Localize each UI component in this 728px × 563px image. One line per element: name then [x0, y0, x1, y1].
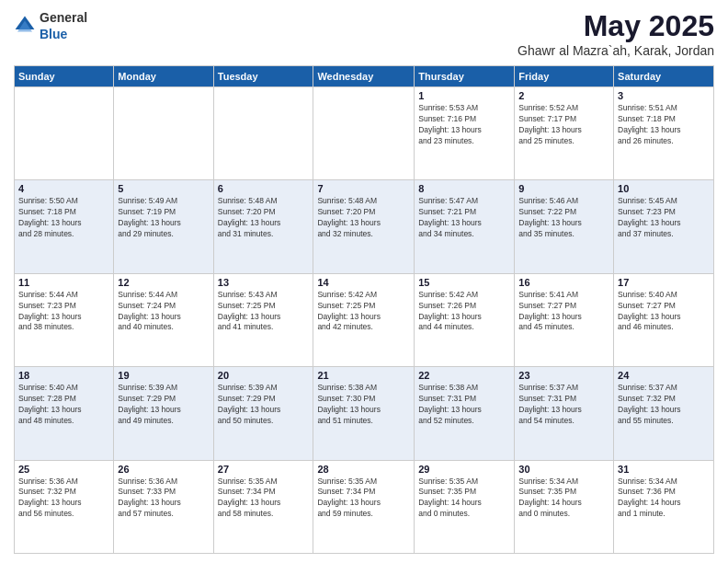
day-info: Sunrise: 5:35 AMSunset: 7:34 PMDaylight:… [218, 477, 310, 521]
location-title: Ghawr al Mazra`ah, Karak, Jordan [518, 43, 714, 58]
calendar-cell: 18Sunrise: 5:40 AMSunset: 7:28 PMDayligh… [15, 367, 114, 460]
day-number: 28 [317, 464, 410, 475]
calendar-row-4: 18Sunrise: 5:40 AMSunset: 7:28 PMDayligh… [15, 367, 714, 460]
day-info: Sunrise: 5:44 AMSunset: 7:23 PMDaylight:… [18, 290, 109, 334]
day-number: 14 [317, 277, 410, 288]
calendar-cell: 11Sunrise: 5:44 AMSunset: 7:23 PMDayligh… [15, 273, 114, 366]
calendar-cell: 3Sunrise: 5:51 AMSunset: 7:18 PMDaylight… [614, 87, 714, 180]
day-number: 1 [418, 90, 510, 101]
day-info: Sunrise: 5:46 AMSunset: 7:22 PMDaylight:… [518, 196, 609, 240]
day-number: 24 [618, 370, 710, 381]
calendar-cell: 1Sunrise: 5:53 AMSunset: 7:16 PMDaylight… [415, 87, 515, 180]
day-info: Sunrise: 5:47 AMSunset: 7:21 PMDaylight:… [418, 196, 510, 240]
day-number: 5 [118, 183, 209, 194]
day-number: 23 [518, 370, 609, 381]
calendar-cell: 2Sunrise: 5:52 AMSunset: 7:17 PMDaylight… [515, 87, 614, 180]
day-info: Sunrise: 5:39 AMSunset: 7:29 PMDaylight:… [218, 383, 310, 427]
day-number: 17 [618, 277, 710, 288]
day-number: 11 [18, 277, 109, 288]
day-info: Sunrise: 5:48 AMSunset: 7:20 PMDaylight:… [317, 196, 410, 240]
calendar-cell: 6Sunrise: 5:48 AMSunset: 7:20 PMDaylight… [213, 180, 313, 273]
day-info: Sunrise: 5:35 AMSunset: 7:35 PMDaylight:… [418, 477, 510, 521]
calendar-table: SundayMondayTuesdayWednesdayThursdayFrid… [14, 65, 714, 554]
day-number: 21 [317, 370, 410, 381]
calendar-cell: 12Sunrise: 5:44 AMSunset: 7:24 PMDayligh… [114, 273, 213, 366]
day-info: Sunrise: 5:37 AMSunset: 7:31 PMDaylight:… [518, 383, 609, 427]
day-info: Sunrise: 5:41 AMSunset: 7:27 PMDaylight:… [518, 290, 609, 334]
calendar-cell: 21Sunrise: 5:38 AMSunset: 7:30 PMDayligh… [313, 367, 415, 460]
day-info: Sunrise: 5:37 AMSunset: 7:32 PMDaylight:… [618, 383, 710, 427]
day-number: 16 [518, 277, 609, 288]
calendar-cell: 26Sunrise: 5:36 AMSunset: 7:33 PMDayligh… [114, 460, 213, 553]
page: General Blue May 2025 Ghawr al Mazra`ah,… [0, 0, 728, 563]
day-info: Sunrise: 5:35 AMSunset: 7:34 PMDaylight:… [317, 477, 410, 521]
calendar-cell: 13Sunrise: 5:43 AMSunset: 7:25 PMDayligh… [213, 273, 313, 366]
logo-icon [14, 15, 36, 37]
calendar-cell: 27Sunrise: 5:35 AMSunset: 7:34 PMDayligh… [213, 460, 313, 553]
logo-blue: Blue [40, 27, 67, 41]
day-info: Sunrise: 5:40 AMSunset: 7:27 PMDaylight:… [618, 290, 710, 334]
calendar-cell: 14Sunrise: 5:42 AMSunset: 7:25 PMDayligh… [313, 273, 415, 366]
day-info: Sunrise: 5:42 AMSunset: 7:26 PMDaylight:… [418, 290, 510, 334]
calendar-cell: 28Sunrise: 5:35 AMSunset: 7:34 PMDayligh… [313, 460, 415, 553]
header: General Blue May 2025 Ghawr al Mazra`ah,… [14, 9, 714, 58]
day-info: Sunrise: 5:42 AMSunset: 7:25 PMDaylight:… [317, 290, 410, 334]
day-number: 13 [218, 277, 310, 288]
day-info: Sunrise: 5:52 AMSunset: 7:17 PMDaylight:… [518, 103, 609, 147]
day-info: Sunrise: 5:36 AMSunset: 7:33 PMDaylight:… [118, 477, 209, 521]
calendar-cell: 19Sunrise: 5:39 AMSunset: 7:29 PMDayligh… [114, 367, 213, 460]
calendar-cell: 10Sunrise: 5:45 AMSunset: 7:23 PMDayligh… [614, 180, 714, 273]
weekday-header-monday: Monday [114, 66, 213, 87]
calendar-cell [313, 87, 415, 180]
day-info: Sunrise: 5:39 AMSunset: 7:29 PMDaylight:… [118, 383, 209, 427]
calendar-row-5: 25Sunrise: 5:36 AMSunset: 7:32 PMDayligh… [15, 460, 714, 553]
day-number: 29 [418, 464, 510, 475]
day-info: Sunrise: 5:43 AMSunset: 7:25 PMDaylight:… [218, 290, 310, 334]
day-number: 12 [118, 277, 209, 288]
weekday-header-row: SundayMondayTuesdayWednesdayThursdayFrid… [15, 66, 714, 87]
day-number: 22 [418, 370, 510, 381]
day-info: Sunrise: 5:38 AMSunset: 7:30 PMDaylight:… [317, 383, 410, 427]
calendar-row-1: 1Sunrise: 5:53 AMSunset: 7:16 PMDaylight… [15, 87, 714, 180]
logo-text: General Blue [40, 9, 87, 42]
day-number: 7 [317, 183, 410, 194]
calendar-cell: 5Sunrise: 5:49 AMSunset: 7:19 PMDaylight… [114, 180, 213, 273]
calendar-row-3: 11Sunrise: 5:44 AMSunset: 7:23 PMDayligh… [15, 273, 714, 366]
day-number: 8 [418, 183, 510, 194]
day-number: 26 [118, 464, 209, 475]
calendar-cell: 29Sunrise: 5:35 AMSunset: 7:35 PMDayligh… [415, 460, 515, 553]
month-title: May 2025 [518, 9, 714, 43]
calendar-cell: 24Sunrise: 5:37 AMSunset: 7:32 PMDayligh… [614, 367, 714, 460]
day-number: 6 [218, 183, 310, 194]
day-info: Sunrise: 5:44 AMSunset: 7:24 PMDaylight:… [118, 290, 209, 334]
day-info: Sunrise: 5:45 AMSunset: 7:23 PMDaylight:… [618, 196, 710, 240]
calendar-cell: 20Sunrise: 5:39 AMSunset: 7:29 PMDayligh… [213, 367, 313, 460]
weekday-header-sunday: Sunday [15, 66, 114, 87]
weekday-header-saturday: Saturday [614, 66, 714, 87]
calendar-cell: 7Sunrise: 5:48 AMSunset: 7:20 PMDaylight… [313, 180, 415, 273]
logo: General Blue [14, 9, 87, 42]
day-number: 15 [418, 277, 510, 288]
calendar-cell [114, 87, 213, 180]
day-info: Sunrise: 5:49 AMSunset: 7:19 PMDaylight:… [118, 196, 209, 240]
day-number: 20 [218, 370, 310, 381]
day-info: Sunrise: 5:53 AMSunset: 7:16 PMDaylight:… [418, 103, 510, 147]
day-info: Sunrise: 5:48 AMSunset: 7:20 PMDaylight:… [218, 196, 310, 240]
day-info: Sunrise: 5:36 AMSunset: 7:32 PMDaylight:… [18, 477, 109, 521]
calendar-cell: 31Sunrise: 5:34 AMSunset: 7:36 PMDayligh… [614, 460, 714, 553]
day-info: Sunrise: 5:38 AMSunset: 7:31 PMDaylight:… [418, 383, 510, 427]
calendar-cell: 25Sunrise: 5:36 AMSunset: 7:32 PMDayligh… [15, 460, 114, 553]
day-number: 31 [618, 464, 710, 475]
day-number: 10 [618, 183, 710, 194]
day-number: 30 [518, 464, 609, 475]
logo-general: General [40, 10, 87, 25]
day-info: Sunrise: 5:34 AMSunset: 7:35 PMDaylight:… [518, 477, 609, 521]
day-info: Sunrise: 5:50 AMSunset: 7:18 PMDaylight:… [18, 196, 109, 240]
weekday-header-wednesday: Wednesday [313, 66, 415, 87]
title-block: May 2025 Ghawr al Mazra`ah, Karak, Jorda… [518, 9, 714, 58]
day-number: 27 [218, 464, 310, 475]
calendar-cell: 9Sunrise: 5:46 AMSunset: 7:22 PMDaylight… [515, 180, 614, 273]
day-number: 3 [618, 90, 710, 101]
day-info: Sunrise: 5:40 AMSunset: 7:28 PMDaylight:… [18, 383, 109, 427]
day-number: 9 [518, 183, 609, 194]
